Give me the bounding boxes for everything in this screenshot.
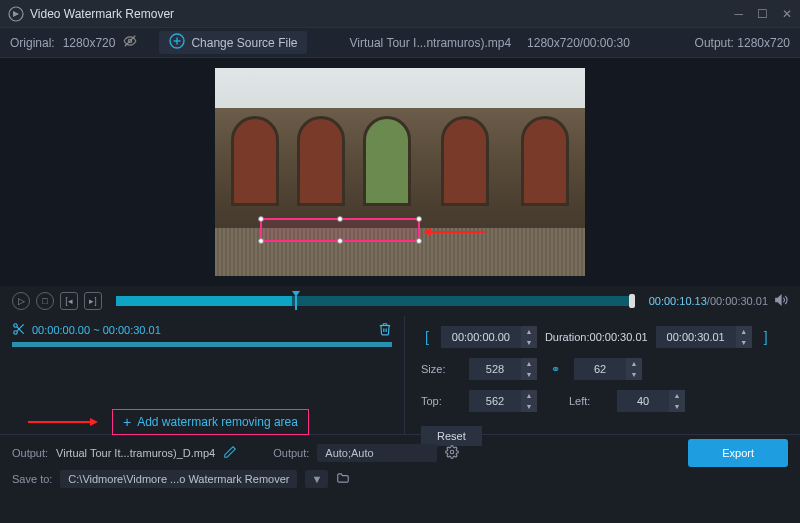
preview-toggle-icon[interactable]	[123, 34, 137, 51]
size-label: Size:	[421, 363, 461, 375]
end-dn[interactable]: ▼	[736, 337, 752, 348]
stop-button[interactable]: □	[36, 292, 54, 310]
start-dn[interactable]: ▼	[521, 337, 537, 348]
plus-icon: +	[123, 414, 131, 430]
output-filename: Virtual Tour It...tramuros)_D.mp4	[56, 447, 215, 459]
original-label: Original:	[10, 36, 55, 50]
output-resolution: 1280x720	[737, 36, 790, 50]
source-res-time: 1280x720/00:00:30	[527, 36, 630, 50]
annotation-arrow-icon	[423, 228, 431, 236]
toolbar: Original: 1280x720 Change Source File Vi…	[0, 28, 800, 58]
size-height-input[interactable]	[574, 358, 626, 380]
output-file-label: Output:	[12, 447, 48, 459]
source-filename: Virtual Tour I...ntramuros).mp4	[349, 36, 511, 50]
app-title: Video Watermark Remover	[8, 6, 734, 22]
size-width-input[interactable]	[469, 358, 521, 380]
minimize-button[interactable]: ─	[734, 7, 743, 21]
app-title-text: Video Watermark Remover	[30, 7, 174, 21]
segments-panel: 00:00:00.00 ~ 00:00:30.01 + Add watermar…	[0, 316, 405, 434]
maximize-button[interactable]: ☐	[757, 7, 768, 21]
end-up[interactable]: ▲	[736, 326, 752, 337]
watermark-selection-box[interactable]	[260, 218, 420, 242]
add-watermark-label: Add watermark removing area	[137, 415, 298, 429]
left-input[interactable]	[617, 390, 669, 412]
video-frame[interactable]	[215, 68, 585, 276]
segment-range: 00:00:00.00 ~ 00:00:30.01	[32, 324, 161, 336]
play-button[interactable]: ▷	[12, 292, 30, 310]
original-resolution: 1280x720	[63, 36, 116, 50]
add-watermark-area-button[interactable]: + Add watermark removing area	[112, 409, 309, 435]
close-button[interactable]: ✕	[782, 7, 792, 21]
output-format-value[interactable]: Auto;Auto	[317, 444, 437, 462]
transport-bar: ▷ □ [◂ ▸] 00:00:10.13/00:00:30.01	[0, 286, 800, 316]
change-source-button[interactable]: Change Source File	[159, 31, 307, 54]
bracket-left-icon[interactable]: [	[421, 329, 433, 345]
duration-label: Duration:	[545, 331, 590, 343]
saveto-label: Save to:	[12, 473, 52, 485]
duration-value: 00:00:30.01	[590, 331, 648, 343]
total-time: /00:00:30.01	[707, 295, 768, 307]
start-up[interactable]: ▲	[521, 326, 537, 337]
params-panel: [ ▲▼ Duration:00:00:30.01 ▲▼ ] Size: ▲▼ …	[405, 316, 800, 434]
link-aspect-icon[interactable]: ⚭	[545, 363, 566, 376]
annotation-arrow-icon	[28, 421, 90, 423]
output-format-label: Output:	[273, 447, 309, 459]
title-bar: Video Watermark Remover ─ ☐ ✕	[0, 0, 800, 28]
top-label: Top:	[421, 395, 461, 407]
video-preview	[0, 58, 800, 286]
open-folder-button[interactable]	[336, 471, 350, 487]
end-time-input[interactable]	[656, 326, 736, 348]
output-settings-button[interactable]	[445, 445, 459, 461]
app-logo-icon	[8, 6, 24, 22]
timeline-track[interactable]	[116, 296, 635, 306]
delete-segment-button[interactable]	[378, 322, 392, 338]
change-source-label: Change Source File	[191, 36, 297, 50]
prev-frame-button[interactable]: [◂	[60, 292, 78, 310]
plus-circle-icon	[169, 33, 185, 52]
svg-point-8	[14, 331, 18, 335]
rename-output-button[interactable]	[223, 445, 237, 461]
next-frame-button[interactable]: ▸]	[84, 292, 102, 310]
volume-icon[interactable]	[774, 293, 788, 310]
output-label: Output:	[695, 36, 734, 50]
scissors-icon	[12, 322, 26, 338]
bracket-right-icon[interactable]: ]	[760, 329, 772, 345]
playhead-icon[interactable]	[292, 291, 300, 311]
segment-bar[interactable]	[12, 342, 392, 347]
svg-marker-6	[776, 295, 781, 304]
start-time-input[interactable]	[441, 326, 521, 348]
reset-button[interactable]: Reset	[421, 426, 482, 446]
svg-point-11	[451, 450, 455, 454]
top-input[interactable]	[469, 390, 521, 412]
current-time: 00:00:10.13	[649, 295, 707, 307]
svg-point-7	[14, 324, 18, 328]
saveto-path[interactable]: C:\Vidmore\Vidmore ...o Watermark Remove…	[60, 470, 297, 488]
left-label: Left:	[569, 395, 609, 407]
saveto-dropdown-button[interactable]: ▼	[305, 470, 328, 488]
export-button[interactable]: Export	[688, 439, 788, 467]
track-end-handle[interactable]	[629, 294, 635, 308]
